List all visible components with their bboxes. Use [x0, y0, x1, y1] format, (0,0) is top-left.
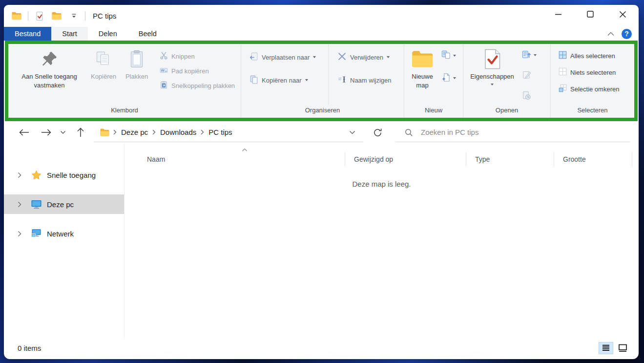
- copy-path-button[interactable]: Pad kopiëren: [157, 64, 238, 78]
- breadcrumb-downloads[interactable]: Downloads: [158, 128, 198, 136]
- minimize-button[interactable]: [542, 5, 574, 23]
- history-button[interactable]: [521, 89, 538, 104]
- back-button[interactable]: [16, 124, 32, 141]
- breadcrumb-current[interactable]: PC tips: [207, 128, 234, 136]
- sidebar-label: Netwerk: [47, 230, 74, 238]
- close-button[interactable]: [606, 5, 639, 23]
- select-none-button[interactable]: Niets selecteren: [556, 65, 622, 80]
- select-all-button[interactable]: Alles selecteren: [556, 48, 622, 63]
- group-label-nieuw: Nieuw: [404, 105, 463, 118]
- sidebar-label: Snelle toegang: [47, 171, 96, 179]
- ribbon-annotation-frame: Aan Snelle toegang vastmaken Kopiëren Pl…: [5, 41, 638, 121]
- title-bar: PC tips: [4, 5, 639, 27]
- group-label-organiseren: Organiseren: [241, 105, 404, 118]
- search-input[interactable]: [421, 128, 630, 136]
- dropdown-caret-icon: [453, 77, 456, 79]
- invert-selection-button[interactable]: Selectie omkeren: [556, 82, 622, 96]
- copy-to-label: Kopiëren naar: [262, 77, 302, 84]
- select-all-icon: [559, 51, 567, 61]
- network-icon: [31, 229, 42, 238]
- group-label-openen: Openen: [463, 105, 550, 118]
- properties-button[interactable]: Eigenschappen: [463, 44, 521, 85]
- sidebar-label: Deze pc: [47, 200, 74, 209]
- column-header-naam[interactable]: Naam: [125, 152, 345, 167]
- edit-icon: [522, 70, 531, 81]
- maximize-button[interactable]: [574, 5, 606, 23]
- collapse-ribbon-icon[interactable]: [607, 29, 615, 38]
- new-folder-button[interactable]: Nieuwe map: [404, 44, 440, 89]
- paste-button[interactable]: Plakken: [121, 44, 153, 81]
- move-to-icon: [249, 52, 258, 63]
- recent-locations-dropdown[interactable]: [57, 124, 69, 141]
- copy-to-button[interactable]: Kopiëren naar: [246, 73, 328, 87]
- pin-to-quick-access-button[interactable]: Aan Snelle toegang vastmaken: [12, 44, 86, 89]
- expand-chevron-icon[interactable]: [17, 172, 22, 178]
- select-none-icon: [559, 67, 567, 77]
- folder-icon: [100, 128, 110, 137]
- help-icon[interactable]: ?: [622, 29, 632, 39]
- group-label-klembord: Klembord: [8, 105, 241, 118]
- copy-button[interactable]: Kopiëren: [86, 44, 121, 81]
- open-button[interactable]: [521, 48, 538, 63]
- column-headers: Naam Gewijzigd op Type Grootte: [125, 150, 639, 168]
- chevron-right-icon[interactable]: [111, 129, 119, 135]
- rename-button[interactable]: Naam wijzigen: [334, 73, 402, 87]
- refresh-button[interactable]: [370, 128, 385, 137]
- move-to-button[interactable]: Verplaatsen naar: [246, 50, 328, 64]
- new-folder-label: Nieuwe map: [409, 72, 436, 89]
- column-header-grootte[interactable]: Grootte: [554, 152, 632, 167]
- address-dropdown-icon[interactable]: [346, 130, 358, 134]
- delete-x-icon: [337, 52, 347, 63]
- group-label-selecteren: Selecteren: [551, 105, 634, 118]
- chevron-right-icon[interactable]: [150, 129, 158, 135]
- cut-label: Knippen: [171, 53, 195, 60]
- tab-beeld[interactable]: Beeld: [128, 27, 167, 41]
- copy-label: Kopiëren: [91, 72, 116, 81]
- breadcrumb[interactable]: Deze pc Downloads PC tips: [94, 123, 363, 142]
- rename-icon: [337, 75, 347, 85]
- separator: [28, 11, 28, 21]
- qat-properties-button[interactable]: [34, 10, 45, 22]
- dropdown-caret-icon: [534, 54, 537, 56]
- tab-start[interactable]: Start: [51, 27, 88, 41]
- group-openen: Eigenschappen: [463, 44, 550, 118]
- easy-access-button[interactable]: [440, 48, 457, 63]
- ribbon-tab-bar: Bestand Start Delen Beeld ?: [4, 27, 639, 41]
- column-header-gewijzigd-op[interactable]: Gewijzigd op: [345, 152, 466, 167]
- open-icon: [522, 50, 531, 61]
- sort-ascending-icon: [242, 145, 248, 153]
- paste-shortcut-button[interactable]: Snelkoppeling plakken: [157, 78, 238, 93]
- new-item-icon: [441, 73, 451, 84]
- details-view-button[interactable]: [599, 342, 613, 354]
- scissors-icon: [160, 51, 168, 61]
- pin-label: Aan Snelle toegang vastmaken: [12, 72, 86, 89]
- chevron-right-icon[interactable]: [198, 129, 207, 135]
- item-count: 0 items: [18, 344, 41, 352]
- column-header-type[interactable]: Type: [466, 152, 554, 167]
- tab-bestand[interactable]: Bestand: [4, 27, 51, 41]
- sidebar-item-network[interactable]: Netwerk: [4, 224, 124, 243]
- copy-to-icon: [249, 75, 258, 85]
- dropdown-caret-icon: [387, 56, 390, 58]
- tab-delen[interactable]: Delen: [88, 27, 128, 41]
- expand-chevron-icon[interactable]: [17, 231, 22, 237]
- edit-button[interactable]: [521, 68, 538, 83]
- large-icons-view-button[interactable]: [615, 342, 630, 354]
- qat-new-folder-button[interactable]: [51, 10, 62, 22]
- qat-customize-dropdown[interactable]: [68, 10, 80, 22]
- up-button[interactable]: [72, 124, 89, 141]
- forward-button[interactable]: [38, 124, 55, 141]
- explorer-window: PC tips Bestand Start Delen Beeld ?: [4, 5, 639, 359]
- navigation-bar: Deze pc Downloads PC tips: [4, 121, 639, 144]
- cut-button[interactable]: Knippen: [157, 49, 238, 64]
- pin-icon: [41, 47, 58, 71]
- sidebar-item-quick-access[interactable]: Snelle toegang: [4, 165, 124, 185]
- search-box: [395, 123, 630, 142]
- dropdown-caret-icon: [491, 84, 494, 85]
- window-title: PC tips: [93, 12, 116, 20]
- new-item-button[interactable]: [440, 71, 457, 85]
- breadcrumb-this-pc[interactable]: Deze pc: [119, 128, 150, 136]
- delete-button[interactable]: Verwijderen: [334, 50, 402, 64]
- expand-chevron-icon[interactable]: [17, 201, 22, 208]
- sidebar-item-this-pc[interactable]: Deze pc: [4, 194, 124, 214]
